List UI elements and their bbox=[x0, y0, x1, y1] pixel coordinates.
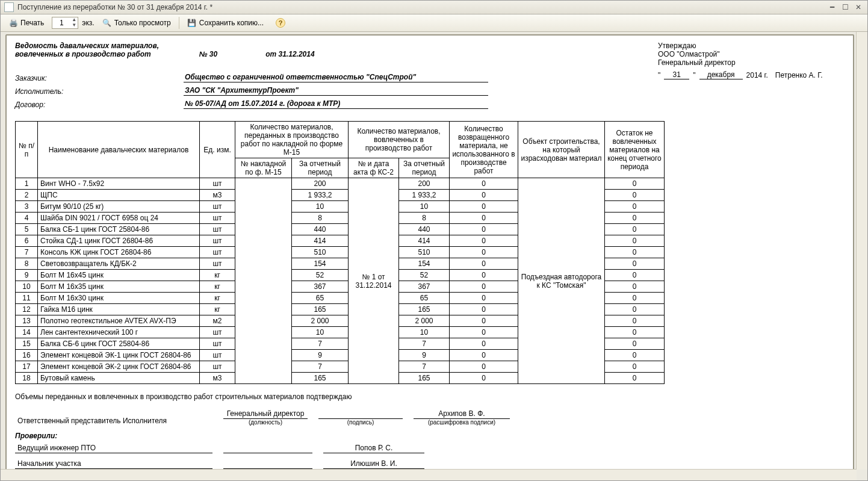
position-caption: (должность) bbox=[223, 419, 308, 426]
chk1-name: Попов Р. С. bbox=[323, 444, 424, 453]
cell-unit: шт bbox=[200, 247, 235, 258]
cell-p1: 65 bbox=[292, 293, 349, 304]
cell-name: Световозвращатель КД/БК-2 bbox=[38, 258, 200, 270]
maximize-button[interactable]: ☐ bbox=[840, 3, 851, 11]
help-icon: ? bbox=[276, 18, 285, 28]
cell-ret: 0 bbox=[450, 315, 518, 327]
copies-stepper[interactable]: ▲▼ bbox=[52, 17, 78, 29]
cell-unit: м3 bbox=[200, 373, 235, 384]
cell-num: 7 bbox=[16, 247, 38, 258]
scrollbar-vertical[interactable] bbox=[856, 32, 867, 470]
doc-number: № 30 bbox=[199, 50, 217, 58]
cell-name: ЩПС bbox=[38, 190, 200, 201]
cell-num: 6 bbox=[16, 235, 38, 247]
titlebar: Поступление из переработки № 30 от 31 де… bbox=[1, 1, 867, 14]
cell-p1: 9 bbox=[292, 350, 349, 361]
cell-ret: 0 bbox=[450, 178, 518, 190]
cell-ret: 0 bbox=[450, 258, 518, 270]
minimize-button[interactable]: ━ bbox=[826, 3, 837, 11]
cell-rem: 0 bbox=[605, 281, 665, 293]
cell-rem: 0 bbox=[605, 315, 665, 327]
save-copy-button[interactable]: 💾 Сохранить копию... bbox=[183, 16, 268, 29]
cell-p1: 7 bbox=[292, 338, 349, 350]
contractor-label: Исполнитель: bbox=[15, 87, 184, 96]
th-object: Объект строительства, на который израсхо… bbox=[518, 122, 605, 178]
cell-rem: 0 bbox=[605, 350, 665, 361]
save-icon: 💾 bbox=[187, 18, 197, 28]
cell-unit: кг bbox=[200, 293, 235, 304]
approve-line-3: Генеральный директор bbox=[658, 58, 845, 67]
cell-name: Балка СБ-1 цинк ГОСТ 25804-86 bbox=[38, 224, 200, 235]
print-button[interactable]: 🖨️ Печать bbox=[4, 16, 48, 29]
cell-num: 11 bbox=[16, 293, 38, 304]
cell-num: 18 bbox=[16, 373, 38, 384]
doc-title-2: вовлеченных в производство работ bbox=[15, 50, 151, 58]
th-unit: Ед. изм. bbox=[200, 122, 235, 178]
table-row: 1Винт WHO - 7.5x92шт200№ 1 от 31.12.2014… bbox=[16, 178, 665, 190]
cell-num: 10 bbox=[16, 281, 38, 293]
sign-caption: (подпись) bbox=[318, 419, 403, 426]
cell-p1: 165 bbox=[292, 304, 349, 315]
preview-button[interactable]: 🔍 Только просмотр bbox=[98, 16, 175, 29]
cell-p1: 10 bbox=[292, 327, 349, 338]
contractor-value: ЗАО "СК "АрхитектурПроект" bbox=[184, 86, 488, 96]
materials-table: № п/п Наименование давальческих материал… bbox=[15, 121, 665, 384]
cell-p1: 200 bbox=[292, 178, 349, 190]
cell-num: 16 bbox=[16, 350, 38, 361]
th-inv: Количество материалов, вовлеченных в про… bbox=[349, 122, 450, 158]
cell-name: Болт М 16x45 цинк bbox=[38, 270, 200, 281]
cell-billnum bbox=[235, 178, 292, 384]
help-button[interactable]: ? bbox=[271, 16, 290, 29]
resp-name: Архипов В. Ф. bbox=[414, 409, 510, 419]
cell-p2: 52 bbox=[399, 270, 450, 281]
cell-ret: 0 bbox=[450, 338, 518, 350]
cell-unit: кг bbox=[200, 281, 235, 293]
approval-block: Утверждаю ООО "Олмастрой" Генеральный ди… bbox=[658, 42, 845, 113]
cell-p2: 7 bbox=[399, 361, 450, 373]
cell-num: 14 bbox=[16, 327, 38, 338]
cell-name: Элемент концевой ЭК-1 цинк ГОСТ 26804-86 bbox=[38, 350, 200, 361]
cell-unit: м2 bbox=[200, 315, 235, 327]
print-label: Печать bbox=[20, 19, 44, 27]
contract-value: № 05-07/АД от 15.07.2014 г. (дорога к МТ… bbox=[184, 99, 488, 109]
cell-p2: 165 bbox=[399, 373, 450, 384]
cell-unit: шт bbox=[200, 338, 235, 350]
cell-object: Подъездная автодорога к КС "Томская" bbox=[518, 178, 605, 384]
cell-p2: 65 bbox=[399, 293, 450, 304]
cell-unit: шт bbox=[200, 350, 235, 361]
cell-rem: 0 bbox=[605, 373, 665, 384]
cell-rem: 0 bbox=[605, 235, 665, 247]
cell-ret: 0 bbox=[450, 304, 518, 315]
spin-down-icon[interactable]: ▼ bbox=[70, 23, 78, 28]
cell-unit: шт bbox=[200, 224, 235, 235]
cell-p1: 1 933,2 bbox=[292, 190, 349, 201]
approve-line-2: ООО "Олмастрой" bbox=[658, 50, 845, 58]
resp-label: Ответственный представитель Исполнителя bbox=[15, 417, 212, 426]
cell-p1: 414 bbox=[292, 235, 349, 247]
preview-icon: 🔍 bbox=[102, 18, 112, 28]
cell-p2: 440 bbox=[399, 224, 450, 235]
document-viewport[interactable]: Ведомость давальческих материалов, вовле… bbox=[1, 32, 867, 480]
copies-unit: экз. bbox=[82, 19, 94, 27]
cell-name: Балка СБ-6 цинк ГОСТ 25804-86 bbox=[38, 338, 200, 350]
copies-input[interactable] bbox=[52, 18, 70, 28]
cell-p1: 154 bbox=[292, 258, 349, 270]
cell-name: Винт WHO - 7.5x92 bbox=[38, 178, 200, 190]
cell-p1: 510 bbox=[292, 247, 349, 258]
cell-p2: 2 000 bbox=[399, 315, 450, 327]
th-name: Наименование давальческих материалов bbox=[38, 122, 200, 178]
cell-unit: шт bbox=[200, 178, 235, 190]
approve-year: 2014 г. bbox=[746, 71, 768, 79]
resp-sign bbox=[318, 409, 403, 419]
cell-p2: 510 bbox=[399, 247, 450, 258]
customer-value: Общество с ограниченной ответственностью… bbox=[184, 73, 488, 82]
scrollbar-horizontal[interactable] bbox=[1, 469, 857, 480]
contract-label: Договор: bbox=[15, 101, 184, 109]
cell-p2: 414 bbox=[399, 235, 450, 247]
cell-rem: 0 bbox=[605, 178, 665, 190]
close-button[interactable]: ✕ bbox=[853, 3, 864, 11]
cell-p1: 440 bbox=[292, 224, 349, 235]
cell-rem: 0 bbox=[605, 247, 665, 258]
window-title: Поступление из переработки № 30 от 31 де… bbox=[17, 3, 212, 11]
cell-num: 3 bbox=[16, 201, 38, 213]
